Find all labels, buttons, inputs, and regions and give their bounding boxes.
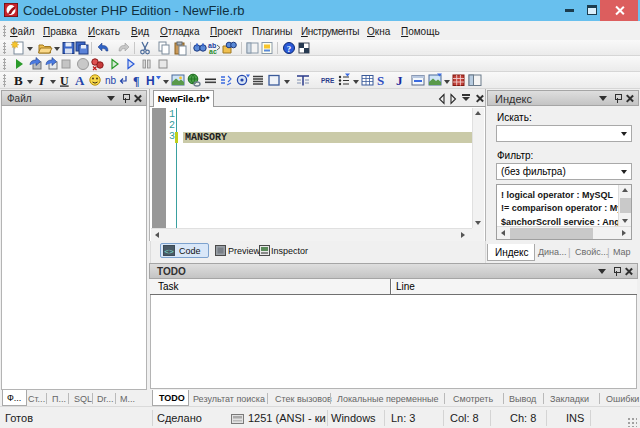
svg-text:PRE: PRE [321,77,335,84]
svg-text:I: I [38,73,45,88]
svg-text:nb: nb [105,75,117,86]
svg-text:J: J [396,73,403,88]
svg-text:U: U [60,74,69,88]
svg-text:B: B [14,73,23,88]
svg-text:A: A [75,73,85,88]
svg-text:ac: ac [209,48,217,55]
svg-text:?: ? [287,44,292,54]
svg-text:S: S [377,73,384,88]
svg-text:H: H [146,74,155,88]
svg-text:<>: <> [164,247,174,256]
svg-text:¶: ¶ [133,74,139,88]
